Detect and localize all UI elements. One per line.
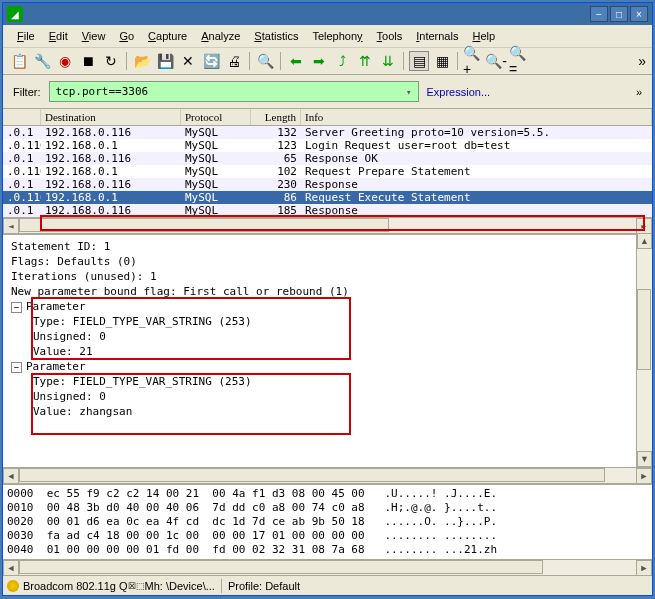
hex-line[interactable]: 0000 ec 55 f9 c2 c2 14 00 21 00 4a f1 d3…	[7, 487, 648, 501]
scroll-thumb-v[interactable]	[637, 289, 651, 370]
packet-row[interactable]: .0.116192.168.0.1MySQL102Request Prepare…	[3, 165, 652, 178]
packet-details[interactable]: Statement ID: 1 Flags: Defaults (0) Iter…	[3, 233, 636, 467]
hscroll-hex[interactable]: ◄ ►	[3, 559, 652, 575]
packet-row[interactable]: .0.1192.168.0.116MySQL230Response	[3, 178, 652, 191]
autoscroll-icon[interactable]: ▦	[432, 51, 452, 71]
collapse-icon[interactable]: −	[11, 362, 22, 373]
start-capture-icon[interactable]: ◉	[55, 51, 75, 71]
menu-help[interactable]: Help	[466, 28, 501, 44]
find-icon[interactable]: 🔍	[255, 51, 275, 71]
options-icon[interactable]: 🔧	[32, 51, 52, 71]
toolbar-overflow-icon[interactable]: »	[638, 53, 646, 69]
menubar: File Edit View Go Capture Analyze Statis…	[3, 25, 652, 48]
detail-iterations[interactable]: Iterations (unused): 1	[11, 269, 634, 284]
app-icon: ◢	[7, 6, 23, 22]
packet-row[interactable]: .0.116192.168.0.1MySQL86Request Execute …	[3, 191, 652, 204]
hex-dump[interactable]: 0000 ec 55 f9 c2 c2 14 00 21 00 4a f1 d3…	[3, 483, 652, 559]
go-to-icon[interactable]: ⤴	[332, 51, 352, 71]
status-interface: Broadcom 802.11g Q	[23, 580, 128, 592]
col-protocol[interactable]: Protocol	[181, 109, 251, 125]
highlight-box-param2	[31, 373, 351, 435]
zoom-reset-icon[interactable]: 🔍=	[509, 51, 529, 71]
separator	[280, 52, 281, 70]
scroll-right-icon[interactable]: ►	[636, 468, 652, 484]
menu-telephony[interactable]: Telephony	[306, 28, 368, 44]
open-icon[interactable]: 📂	[132, 51, 152, 71]
menu-edit[interactable]: Edit	[43, 28, 74, 44]
packet-row[interactable]: .0.1192.168.0.116MySQL65Response OK	[3, 152, 652, 165]
print-icon[interactable]: 🖨	[224, 51, 244, 71]
scroll-left-icon[interactable]: ◄	[3, 218, 19, 233]
hscroll-details[interactable]: ◄ ►	[3, 467, 652, 483]
separator	[403, 52, 404, 70]
go-back-icon[interactable]: ⬅	[286, 51, 306, 71]
filter-dropdown-icon[interactable]: ▾	[406, 87, 411, 97]
col-length[interactable]: Length	[251, 109, 301, 125]
go-forward-icon[interactable]: ➡	[309, 51, 329, 71]
menu-analyze[interactable]: Analyze	[195, 28, 246, 44]
window-controls: − □ ×	[590, 6, 648, 22]
colorize-icon[interactable]: ▤	[409, 51, 429, 71]
separator	[457, 52, 458, 70]
status-profile[interactable]: Profile: Default	[228, 580, 300, 592]
restart-capture-icon[interactable]: ↻	[101, 51, 121, 71]
packet-row[interactable]: .0.116192.168.0.1MySQL123Login Request u…	[3, 139, 652, 152]
go-first-icon[interactable]: ⇈	[355, 51, 375, 71]
scroll-thumb[interactable]	[19, 560, 543, 574]
separator	[249, 52, 250, 70]
hex-line[interactable]: 0040 01 00 00 00 00 01 fd 00 fd 00 02 32…	[7, 543, 648, 557]
menu-file[interactable]: File	[11, 28, 41, 44]
packet-row[interactable]: .0.1192.168.0.116MySQL132Server Greeting…	[3, 126, 652, 139]
save-icon[interactable]: 💾	[155, 51, 175, 71]
packet-list[interactable]: Destination Protocol Length Info .0.1192…	[3, 109, 652, 233]
col-source[interactable]	[3, 109, 41, 125]
expert-info-icon[interactable]	[7, 580, 19, 592]
highlight-box-param1	[31, 297, 351, 360]
stop-capture-icon[interactable]: ⏹	[78, 51, 98, 71]
hex-line[interactable]: 0020 00 01 d6 ea 0c ea 4f cd dc 1d 7d ce…	[7, 515, 648, 529]
collapse-icon[interactable]: −	[11, 302, 22, 313]
interfaces-icon[interactable]: 📋	[9, 51, 29, 71]
reload-icon[interactable]: 🔄	[201, 51, 221, 71]
minimize-button[interactable]: −	[590, 6, 608, 22]
go-last-icon[interactable]: ⇊	[378, 51, 398, 71]
detail-statement-id[interactable]: Statement ID: 1	[11, 239, 634, 254]
hex-line[interactable]: 0010 00 48 3b d0 40 00 40 06 7d dd c0 a8…	[7, 501, 648, 515]
scroll-left-icon[interactable]: ◄	[3, 468, 19, 484]
menu-go[interactable]: Go	[113, 28, 140, 44]
hex-line[interactable]: 0030 fa ad c4 18 00 00 1c 00 00 00 17 01…	[7, 529, 648, 543]
titlebar[interactable]: ◢ − □ ×	[3, 3, 652, 25]
separator	[126, 52, 127, 70]
filter-bar: Filter: tcp.port==3306 ▾ Expression... »	[3, 75, 652, 109]
scroll-down-icon[interactable]: ▼	[637, 451, 652, 467]
vscroll-details[interactable]: ▲ ▼	[636, 233, 652, 467]
col-destination[interactable]: Destination	[41, 109, 181, 125]
menu-tools[interactable]: Tools	[371, 28, 409, 44]
scroll-up-icon[interactable]: ▲	[637, 233, 652, 249]
menu-capture[interactable]: Capture	[142, 28, 193, 44]
menu-statistics[interactable]: Statistics	[248, 28, 304, 44]
close-button[interactable]: ×	[630, 6, 648, 22]
col-info[interactable]: Info	[301, 109, 652, 125]
maximize-button[interactable]: □	[610, 6, 628, 22]
close-file-icon[interactable]: ✕	[178, 51, 198, 71]
toolbar: 📋 🔧 ◉ ⏹ ↻ 📂 💾 ✕ 🔄 🖨 🔍 ⬅ ➡ ⤴ ⇈ ⇊ ▤ ▦ 🔍+ 🔍…	[3, 48, 652, 75]
filterbar-overflow-icon[interactable]: »	[636, 86, 642, 98]
statusbar: Broadcom 802.11g Q ☒⬚ Mh: \Device\... Pr…	[3, 575, 652, 595]
filter-value: tcp.port==3306	[56, 85, 149, 98]
menu-internals[interactable]: Internals	[410, 28, 464, 44]
scroll-right-icon[interactable]: ►	[636, 560, 652, 575]
main-window: ◢ − □ × File Edit View Go Capture Analyz…	[2, 2, 653, 596]
detail-flags[interactable]: Flags: Defaults (0)	[11, 254, 634, 269]
status-device: Mh: \Device\...	[145, 580, 215, 592]
expression-button[interactable]: Expression...	[427, 86, 491, 98]
scroll-thumb[interactable]	[19, 468, 605, 482]
zoom-out-icon[interactable]: 🔍-	[486, 51, 506, 71]
packet-list-header: Destination Protocol Length Info	[3, 109, 652, 126]
scroll-left-icon[interactable]: ◄	[3, 560, 19, 575]
detail-parameter-2[interactable]: −Parameter	[11, 359, 634, 374]
menu-view[interactable]: View	[76, 28, 112, 44]
zoom-in-icon[interactable]: 🔍+	[463, 51, 483, 71]
filter-label: Filter:	[13, 86, 41, 98]
filter-input[interactable]: tcp.port==3306 ▾	[49, 81, 419, 102]
